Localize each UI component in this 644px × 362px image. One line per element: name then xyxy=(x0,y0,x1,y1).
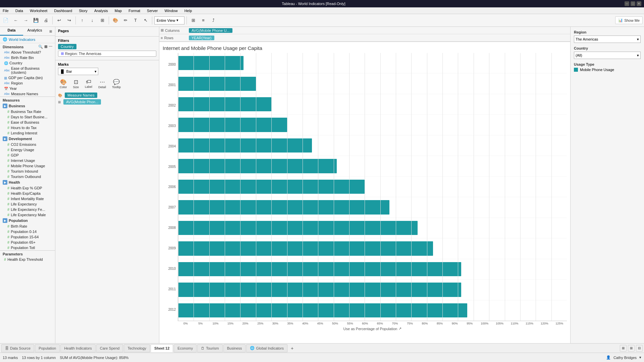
mark-pill-measure-names[interactable]: Measure Names xyxy=(65,93,97,98)
field-energy-usage[interactable]: # Energy Usage xyxy=(0,147,55,153)
mark-tooltip-button[interactable]: 💬 Tooltip xyxy=(110,77,122,90)
tab-care-spend[interactable]: Care Spend xyxy=(96,344,123,352)
sort-asc-button[interactable]: ↑ xyxy=(78,16,87,25)
annotate-button[interactable]: ✏ xyxy=(121,16,130,25)
maximize-button[interactable]: □ xyxy=(631,1,635,6)
field-gdp-per-capita-bin[interactable]: ▦ GDP per Capita (bin) xyxy=(0,75,55,80)
field-measure-names[interactable]: Abc Measure Names xyxy=(0,91,55,97)
menu-map[interactable]: Map xyxy=(113,8,123,13)
menu-story[interactable]: Story xyxy=(77,8,89,13)
sort-desc-button[interactable]: ↓ xyxy=(88,16,97,25)
columns-pill[interactable]: AVG(Mobile Phone U... xyxy=(189,28,232,33)
bar-row-2003[interactable] xyxy=(178,115,567,135)
expand-panel-button[interactable]: ⊞ xyxy=(46,27,55,36)
menu-help[interactable]: Help xyxy=(183,8,194,13)
bar-row-2007[interactable] xyxy=(178,197,567,218)
filter-region[interactable]: Region: The Americas xyxy=(58,51,156,57)
field-birth-rate-bin[interactable]: Abc Birth Rate Bin xyxy=(0,55,55,60)
bar-row-2000[interactable] xyxy=(178,53,567,73)
new-button[interactable]: 📄 xyxy=(1,16,10,25)
field-population-total[interactable]: # Population Totl xyxy=(0,245,55,250)
tab-global-indicators[interactable]: 🌐 Global Indicators xyxy=(246,344,287,352)
marks-type-dropdown[interactable]: ▐▌ Bar ▾ xyxy=(58,68,98,75)
bar-row-2011[interactable] xyxy=(178,280,567,300)
more-icon[interactable]: ⋯ xyxy=(49,45,52,49)
field-ease-of-business[interactable]: Abc Ease of Business (clusters) xyxy=(0,66,55,75)
menu-file[interactable]: File xyxy=(1,8,10,13)
tab-analytics[interactable]: Analytics xyxy=(23,27,46,36)
menu-worksheet[interactable]: Worksheet xyxy=(29,8,49,13)
bar-row-2008[interactable] xyxy=(178,218,567,238)
field-days-to-start[interactable]: # Days to Start Busine... xyxy=(0,114,55,120)
tab-tourism[interactable]: 🗒 Tourism xyxy=(197,344,223,352)
field-year[interactable]: 📅 Year xyxy=(0,86,55,91)
field-lending-interest[interactable]: # Lending Interest xyxy=(0,130,55,136)
save-button[interactable]: 💾 xyxy=(32,16,40,25)
mark-color-button[interactable]: 🎨 Color xyxy=(58,77,69,90)
filter-button[interactable]: ⊞ xyxy=(98,16,107,25)
tooltip-button[interactable]: T xyxy=(131,16,140,25)
country-dropdown[interactable]: (All) ▾ xyxy=(574,52,641,59)
view-list-button[interactable]: ≡ xyxy=(199,16,208,25)
tab-data-source[interactable]: 🗄 Data Source xyxy=(1,344,34,352)
mark-detail-button[interactable]: ⋯ Detail xyxy=(97,77,108,90)
field-tourism-outbound[interactable]: # Tourism Outbound xyxy=(0,174,55,179)
color-button[interactable]: 🎨 xyxy=(111,16,120,25)
field-internet-usage[interactable]: # Internet Usage xyxy=(0,158,55,163)
field-life-expectancy-male[interactable]: # Life Expectancy Male xyxy=(0,212,55,218)
field-birth-rate[interactable]: # Birth Rate xyxy=(0,224,55,229)
tab-sheet12[interactable]: Sheet 12 xyxy=(151,344,173,352)
menu-window[interactable]: Window xyxy=(163,8,179,13)
undo-button[interactable]: ↩ xyxy=(55,16,63,25)
field-ease-of-business-measure[interactable]: # Ease of Business xyxy=(0,120,55,125)
field-business-tax-rate[interactable]: # Business Tax Rate xyxy=(0,109,55,114)
bar-row-2006[interactable] xyxy=(178,177,567,197)
print-button[interactable]: 🖨 xyxy=(42,16,50,25)
field-country[interactable]: 🌐 Country xyxy=(0,60,55,66)
bar-row-2004[interactable] xyxy=(178,135,567,156)
add-sheet-button[interactable]: + xyxy=(288,345,296,352)
cursor-button[interactable]: ↖ xyxy=(141,16,150,25)
field-health-exp-threshold[interactable]: # Health Exp Threshold xyxy=(0,257,55,262)
sheet-nav-left[interactable]: ⊞ xyxy=(620,345,627,352)
menu-format[interactable]: Format xyxy=(127,8,142,13)
field-hours-to-do-tax[interactable]: # Hours to do Tax xyxy=(0,125,55,130)
field-above-threshold[interactable]: Abc Above Threshold? xyxy=(0,50,55,55)
show-me-button[interactable]: 📊 Show Me xyxy=(615,16,643,24)
field-life-expectancy-fe[interactable]: # Life Expectancy Fe... xyxy=(0,207,55,212)
bar-row-2012[interactable] xyxy=(178,300,567,321)
user-dropdown-arrow[interactable]: ▾ xyxy=(639,355,641,360)
field-gdp[interactable]: # GDP xyxy=(0,153,55,158)
share-button[interactable]: ⤴ xyxy=(209,16,218,25)
field-life-expectancy[interactable]: # Life Expectancy xyxy=(0,201,55,207)
menu-data[interactable]: Data xyxy=(14,8,24,13)
sheet-nav-expand[interactable]: ⊟ xyxy=(636,345,643,352)
sheet-nav-right[interactable]: ⊞ xyxy=(628,345,635,352)
redo-button[interactable]: ↪ xyxy=(65,16,73,25)
menu-dashboard[interactable]: Dashboard xyxy=(53,8,73,13)
mark-label-button[interactable]: 🏷 Label xyxy=(83,77,94,90)
group-health[interactable]: ▶ Health xyxy=(0,179,55,185)
tab-health-indicators[interactable]: Health Indicators xyxy=(60,344,96,352)
tab-technology[interactable]: Technology xyxy=(124,344,150,352)
field-health-exp-capita[interactable]: # Health Exp/Capita xyxy=(0,191,55,196)
datasource-item[interactable]: 🌐 World Indicators xyxy=(0,36,55,43)
sort-icon[interactable]: ⊞ xyxy=(44,45,47,49)
close-button[interactable]: ✕ xyxy=(637,1,641,6)
mark-pill-avg-mobile[interactable]: AVG(Mobile Phon... xyxy=(63,99,101,105)
filter-country[interactable]: Country xyxy=(58,44,76,49)
mark-size-button[interactable]: ⊡ Size xyxy=(71,77,81,90)
field-region[interactable]: Abc Region xyxy=(0,80,55,86)
field-co2[interactable]: # CO2 Emissions xyxy=(0,142,55,147)
minimize-button[interactable]: ─ xyxy=(625,1,629,6)
bar-row-2001[interactable] xyxy=(178,73,567,94)
region-dropdown[interactable]: The Americas ▾ xyxy=(574,36,641,43)
tab-economy[interactable]: Economy xyxy=(174,344,197,352)
view-cards-button[interactable]: ⊞ xyxy=(189,16,198,25)
field-population-65-plus[interactable]: # Population 65+ xyxy=(0,240,55,245)
field-health-exp-gdp[interactable]: # Health Exp % GDP xyxy=(0,185,55,191)
rows-pill[interactable]: YEAR(Year) xyxy=(189,36,214,40)
field-population-0-14[interactable]: # Population 0-14 xyxy=(0,229,55,234)
search-icon[interactable]: 🔍 xyxy=(38,45,43,49)
field-tourism-inbound[interactable]: # Tourism Inbound xyxy=(0,169,55,174)
